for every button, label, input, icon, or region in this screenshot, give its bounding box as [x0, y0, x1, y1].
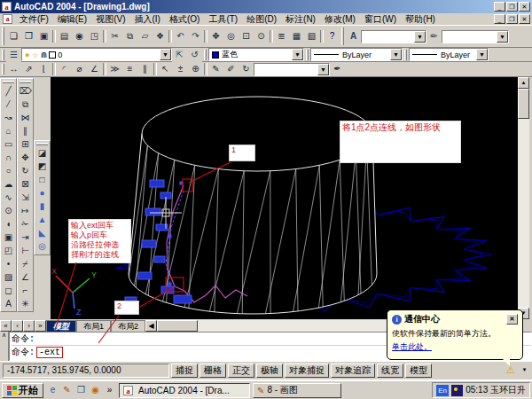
restore-button[interactable]: ❐	[506, 2, 518, 12]
array-icon[interactable]: ⊞	[19, 138, 33, 152]
command-splitter[interactable]: ∧	[0, 332, 9, 361]
stretch-icon[interactable]: ⇲	[19, 192, 33, 205]
match-properties-icon[interactable]: ❖	[153, 29, 168, 43]
construction-line-icon[interactable]: ⁄	[2, 98, 16, 112]
toolbar-grip[interactable]	[204, 50, 207, 60]
scale-icon[interactable]: ⊠	[19, 178, 33, 192]
otrack-toggle[interactable]: 对象追踪	[331, 364, 375, 378]
menu-insert[interactable]: 插入(I)	[129, 13, 164, 25]
undo-icon[interactable]: ↶	[173, 29, 188, 43]
face-3d-icon[interactable]: ◩	[35, 160, 50, 174]
hatch-icon[interactable]: ▨	[2, 271, 16, 285]
chevron-down-icon[interactable]: ▼	[292, 49, 303, 60]
menu-window[interactable]: 窗口(W)	[360, 13, 401, 25]
polar-toggle[interactable]: 极轴	[256, 364, 283, 378]
dim-diameter-icon[interactable]: ⌀	[72, 62, 87, 76]
show-desktop-icon[interactable]: ❐	[74, 384, 88, 397]
mirror-icon[interactable]: ⋈	[19, 112, 33, 125]
extend-icon[interactable]: ⇥	[19, 231, 33, 245]
dim-style-combo-top[interactable]: ▼	[442, 30, 509, 43]
circle-icon[interactable]: ○	[2, 165, 16, 178]
menu-dimension[interactable]: 标注(N)	[281, 13, 320, 25]
taskbar-task-paint[interactable]: ✎ 8 - 画图	[253, 383, 341, 398]
toolbar-grip[interactable]	[36, 143, 48, 145]
cone-icon[interactable]: ▲	[35, 214, 50, 227]
save-icon[interactable]: ▣	[36, 29, 51, 43]
plot-icon[interactable]: ▤	[57, 29, 72, 43]
close-button[interactable]: ✕	[519, 2, 530, 12]
toolbar-grip[interactable]	[341, 27, 344, 44]
fillet-icon[interactable]: ⌐	[19, 285, 33, 298]
chevron-down-icon[interactable]: ▼	[497, 31, 508, 43]
lineweight-toggle[interactable]: 线宽	[377, 364, 403, 378]
center-mark-icon[interactable]: ⊕	[188, 62, 203, 76]
arc-icon[interactable]: ∩	[2, 152, 16, 165]
rectangle-icon[interactable]: ▭	[2, 138, 16, 152]
horizontal-scroll-thumb[interactable]	[157, 320, 198, 332]
chevron-down-icon[interactable]: ▼	[390, 49, 402, 60]
revcloud-icon[interactable]: ☁	[2, 178, 16, 192]
dim-angular-icon[interactable]: ∠	[87, 62, 102, 76]
layer-combo[interactable]: ● ☼ ⋒ 0 ▼	[21, 48, 172, 61]
menu-format[interactable]: 格式(O)	[165, 13, 204, 25]
explode-icon[interactable]: ✳	[19, 298, 33, 311]
text-style-icon[interactable]: A	[346, 29, 361, 43]
solid-2d-icon[interactable]: ◪	[35, 147, 50, 160]
zoom-window-icon[interactable]: ⊡	[239, 29, 254, 43]
line-icon[interactable]: ╱	[2, 85, 16, 98]
break-at-point-icon[interactable]: ⊢	[19, 245, 33, 258]
menu-tools[interactable]: 工具(T)	[204, 13, 242, 25]
tab-layout1[interactable]: 布局1	[76, 320, 111, 332]
polyline-icon[interactable]: ↝	[2, 112, 16, 125]
help-icon[interactable]: ?	[325, 29, 340, 43]
tab-model[interactable]: 模型	[46, 320, 76, 332]
dim-text-edit-icon[interactable]: ✐	[223, 62, 239, 76]
layer-previous-icon[interactable]: ↺	[187, 48, 202, 62]
ortho-toggle[interactable]: 正交	[228, 364, 254, 378]
pan-icon[interactable]: ✥	[208, 29, 223, 43]
media-player-icon[interactable]: ◉	[89, 384, 102, 397]
designcenter-icon[interactable]: ▦	[289, 29, 304, 43]
color-combo[interactable]: 蓝色 ▼	[208, 48, 304, 61]
erase-icon[interactable]: ⌦	[19, 85, 33, 98]
vertical-scrollbar[interactable]: ▲ ▼	[518, 77, 529, 319]
tolerance-icon[interactable]: ±	[173, 62, 188, 76]
dimension-style-icon[interactable]: ✒	[330, 62, 345, 76]
dim-ordinate-icon[interactable]: ⌊	[36, 62, 51, 76]
dim-aligned-icon[interactable]: ⇗	[21, 62, 36, 76]
snap-toggle[interactable]: 捕捉	[171, 364, 198, 378]
lineweight-combo[interactable]: ByLayer ▼	[409, 48, 489, 61]
chevron-down-icon[interactable]: ▼	[317, 64, 329, 75]
doc-minimize-button[interactable]: _	[494, 14, 505, 24]
grid-toggle[interactable]: 栅格	[200, 364, 226, 378]
chevron-down-icon[interactable]: ▼	[160, 49, 171, 60]
move-icon[interactable]: ✥	[19, 152, 33, 165]
tool-palettes-icon[interactable]: ▧	[304, 29, 319, 43]
menu-view[interactable]: 视图(V)	[91, 13, 129, 25]
copy-clip-icon[interactable]: ⧉	[122, 29, 137, 43]
toolbar-grip[interactable]	[404, 50, 407, 60]
tray-status-icon[interactable]	[451, 385, 463, 396]
toolbar-grip[interactable]	[2, 50, 4, 60]
copy-icon[interactable]: ⧉	[19, 98, 33, 112]
menu-help[interactable]: 帮助(H)	[401, 13, 440, 25]
quick-leader-icon[interactable]: ↖	[158, 62, 173, 76]
dim-style-flyout-icon[interactable]: ✏	[426, 29, 442, 43]
osnap-toggle[interactable]: 对象捕捉	[285, 364, 329, 378]
doc-restore-button[interactable]: ❐	[506, 14, 518, 24]
offset-icon[interactable]: ∥	[19, 125, 33, 138]
balloon-close-icon[interactable]: ✕	[506, 314, 518, 325]
chamfer-icon[interactable]: ∠	[19, 271, 33, 285]
start-button[interactable]: 开始	[2, 383, 43, 398]
text-style-combo[interactable]: ▼	[361, 30, 426, 43]
rotate-icon[interactable]: ↻	[19, 165, 33, 178]
spline-icon[interactable]: ∿	[2, 192, 16, 205]
menu-modify[interactable]: 修改(M)	[320, 13, 360, 25]
menu-edit[interactable]: 编辑(E)	[53, 13, 91, 25]
make-block-icon[interactable]: ◰	[2, 245, 16, 258]
tab-layout2[interactable]: 布局2	[111, 320, 145, 332]
balloon-link[interactable]: 单击此处。	[392, 341, 518, 353]
scroll-left-icon[interactable]: ◀	[145, 320, 157, 332]
layers-dialog-icon[interactable]: ☰	[6, 48, 21, 62]
polygon-icon[interactable]: ⌂	[2, 125, 16, 138]
